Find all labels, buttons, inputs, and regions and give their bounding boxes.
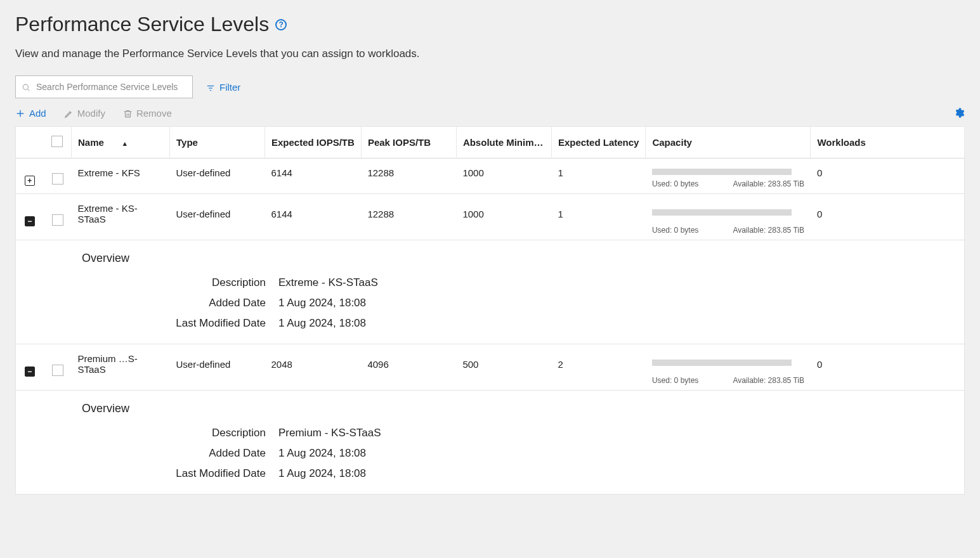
table-row: −Premium …S-STaaSUser-defined20484096500… bbox=[16, 344, 965, 377]
cell-capacity-text: Used: 0 bytesAvailable: 283.85 TiB bbox=[646, 226, 811, 240]
trash-icon bbox=[123, 107, 133, 119]
modify-button[interactable]: Modify bbox=[64, 107, 105, 119]
filter-icon bbox=[206, 81, 216, 92]
added-date-label: Added Date bbox=[120, 297, 266, 309]
table-row: +Extreme - KFSUser-defined61441228810001… bbox=[16, 159, 965, 180]
add-button[interactable]: Add bbox=[15, 107, 46, 119]
add-label: Add bbox=[29, 108, 46, 119]
col-expected-latency[interactable]: Expected Latency bbox=[551, 127, 646, 159]
cell-capacity bbox=[646, 194, 811, 226]
modified-date-value: 1 Aug 2024, 18:08 bbox=[278, 317, 958, 330]
col-name[interactable]: Name▴ bbox=[72, 127, 170, 159]
sort-asc-icon: ▴ bbox=[123, 140, 127, 148]
settings-gear-icon[interactable] bbox=[953, 107, 965, 119]
cell-capacity-text: Used: 0 bytesAvailable: 283.85 TiB bbox=[646, 376, 811, 391]
remove-button[interactable]: Remove bbox=[123, 107, 172, 119]
remove-label: Remove bbox=[136, 108, 172, 119]
row-checkbox[interactable] bbox=[52, 173, 63, 185]
capacity-bar bbox=[652, 360, 792, 366]
table-row: −Extreme - KS-STaaSUser-defined614412288… bbox=[16, 194, 965, 226]
capacity-used: Used: 0 bytes bbox=[652, 376, 698, 385]
capacity-bar bbox=[652, 169, 792, 175]
modify-label: Modify bbox=[77, 108, 105, 119]
page-title: Performance Service Levels bbox=[15, 13, 269, 36]
row-checkbox[interactable] bbox=[52, 365, 63, 376]
added-date-label: Added Date bbox=[120, 447, 266, 460]
cell-name: Premium …S-STaaS bbox=[72, 344, 170, 377]
cell-workloads: 0 bbox=[811, 344, 965, 377]
cell-expected-iops: 6144 bbox=[265, 194, 362, 226]
checkbox-all[interactable] bbox=[51, 136, 63, 147]
filter-button[interactable]: Filter bbox=[206, 81, 240, 92]
svg-point-0 bbox=[23, 84, 28, 89]
cell-workloads: 0 bbox=[811, 194, 965, 226]
search-icon bbox=[22, 82, 30, 92]
cell-capacity-text: Used: 0 bytesAvailable: 283.85 TiB bbox=[646, 179, 811, 194]
cell-expected-latency: 2 bbox=[551, 344, 646, 377]
search-input[interactable] bbox=[15, 75, 193, 98]
cell-name: Extreme - KS-STaaS bbox=[72, 194, 170, 226]
col-expected-iops[interactable]: Expected IOPS/TB bbox=[265, 127, 362, 159]
page-subtitle: View and manage the Performance Service … bbox=[15, 48, 965, 60]
collapse-icon[interactable]: − bbox=[25, 216, 35, 226]
cell-peak-iops: 12288 bbox=[361, 194, 456, 226]
detail-row: OverviewDescriptionExtreme - KS-STaaSAdd… bbox=[16, 240, 965, 344]
col-type[interactable]: Type bbox=[170, 127, 265, 159]
filter-label: Filter bbox=[219, 82, 240, 93]
cell-expected-latency: 1 bbox=[551, 194, 646, 226]
cell-expected-latency: 1 bbox=[551, 159, 646, 180]
svg-line-1 bbox=[28, 89, 30, 91]
overview-heading: Overview bbox=[82, 402, 958, 415]
description-label: Description bbox=[120, 276, 266, 289]
plus-icon bbox=[15, 107, 25, 119]
psl-table: Name▴ Type Expected IOPS/TB Peak IOPS/TB… bbox=[15, 126, 965, 495]
modified-date-label: Last Modified Date bbox=[120, 317, 266, 330]
cell-capacity bbox=[646, 344, 811, 377]
capacity-used: Used: 0 bytes bbox=[652, 226, 698, 235]
cell-abs-min: 1000 bbox=[456, 194, 551, 226]
capacity-bar bbox=[652, 209, 792, 216]
cell-type: User-defined bbox=[170, 194, 265, 226]
cell-expected-iops: 6144 bbox=[265, 159, 362, 180]
col-workloads[interactable]: Workloads bbox=[811, 127, 965, 159]
modified-date-label: Last Modified Date bbox=[120, 467, 266, 480]
cell-type: User-defined bbox=[170, 344, 265, 377]
capacity-available: Available: 283.85 TiB bbox=[733, 226, 804, 235]
cell-expected-iops: 2048 bbox=[265, 344, 362, 377]
cell-abs-min: 500 bbox=[456, 344, 551, 377]
help-icon[interactable]: ? bbox=[275, 19, 287, 30]
cell-capacity bbox=[646, 159, 811, 180]
row-checkbox[interactable] bbox=[52, 214, 63, 226]
description-label: Description bbox=[120, 427, 266, 439]
col-capacity[interactable]: Capacity bbox=[646, 127, 811, 159]
cell-peak-iops: 12288 bbox=[361, 159, 456, 180]
overview-heading: Overview bbox=[82, 252, 958, 265]
cell-type: User-defined bbox=[170, 159, 265, 180]
col-select-all[interactable] bbox=[44, 127, 72, 159]
pencil-icon bbox=[64, 107, 74, 119]
collapse-icon[interactable]: − bbox=[25, 367, 35, 377]
col-peak-iops[interactable]: Peak IOPS/TB bbox=[361, 127, 456, 159]
cell-peak-iops: 4096 bbox=[361, 344, 456, 377]
cell-workloads: 0 bbox=[811, 159, 965, 180]
added-date-value: 1 Aug 2024, 18:08 bbox=[278, 297, 958, 309]
capacity-used: Used: 0 bytes bbox=[652, 179, 698, 188]
capacity-available: Available: 283.85 TiB bbox=[733, 376, 804, 385]
search-box bbox=[15, 75, 193, 98]
description-value: Extreme - KS-STaaS bbox=[278, 276, 958, 289]
capacity-available: Available: 283.85 TiB bbox=[733, 179, 804, 188]
description-value: Premium - KS-STaaS bbox=[278, 427, 958, 439]
detail-row: OverviewDescriptionPremium - KS-STaaSAdd… bbox=[16, 391, 965, 495]
added-date-value: 1 Aug 2024, 18:08 bbox=[278, 447, 958, 460]
col-expand bbox=[16, 127, 44, 159]
cell-abs-min: 1000 bbox=[456, 159, 551, 180]
cell-name: Extreme - KFS bbox=[72, 159, 170, 180]
expand-icon[interactable]: + bbox=[25, 176, 35, 186]
modified-date-value: 1 Aug 2024, 18:08 bbox=[278, 467, 958, 480]
col-abs-min[interactable]: Absolute Minim… bbox=[456, 127, 551, 159]
